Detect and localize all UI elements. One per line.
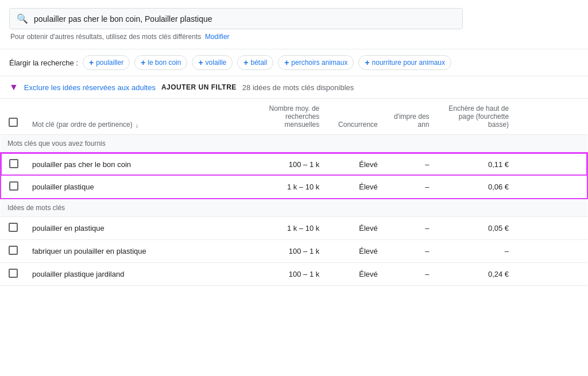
search-icon: 🔍	[17, 13, 28, 24]
extra-cell	[516, 217, 587, 240]
expand-label: Élargir la recherche :	[9, 59, 78, 67]
impressions-cell: –	[385, 240, 436, 263]
impressions-cell: –	[385, 153, 436, 176]
keyword-cell: poulailler plastique	[25, 176, 247, 199]
plus-icon: +	[284, 58, 289, 67]
searches-cell: 100 – 1 k	[247, 153, 327, 176]
keyword-cell: poulailler plastique jardiland	[25, 263, 247, 286]
filter-section: ▼ Exclure les idées réservées aux adulte…	[0, 76, 588, 99]
extra-cell	[516, 263, 587, 286]
bid-cell: 0,24 €	[436, 263, 516, 286]
row-checkbox[interactable]	[9, 181, 18, 191]
search-bar[interactable]: 🔍 poulailler pas cher le bon coin, Poula…	[9, 8, 463, 29]
competition-cell: Élevé	[326, 176, 384, 199]
impressions-cell: –	[385, 217, 436, 240]
table-row: poulailler plastique jardiland 100 – 1 k…	[1, 263, 587, 286]
keyword-cell: poulailler pas cher le bon coin	[25, 153, 247, 176]
impressions-cell: –	[385, 263, 436, 286]
searches-cell: 100 – 1 k	[247, 240, 327, 263]
add-filter-button[interactable]: AJOUTER UN FILTRE	[161, 83, 237, 91]
searches-cell: 1 k – 10 k	[247, 217, 327, 240]
header-impressions: d'impre des ann	[385, 99, 436, 135]
header-searches: Nombre moy. de recherches mensuelles	[247, 99, 327, 135]
section-header-provided: Mots clés que vous avez fournis	[1, 135, 587, 153]
chip-perchoirs[interactable]: + perchoirs animaux	[278, 55, 354, 70]
plus-icon: +	[141, 58, 145, 67]
filter-icon: ▼	[9, 82, 18, 92]
plus-icon: +	[365, 58, 369, 67]
row-checkbox-cell[interactable]	[1, 263, 25, 286]
plus-icon: +	[243, 58, 248, 67]
row-checkbox-cell[interactable]	[1, 240, 25, 263]
search-value: poulailler pas cher le bon coin, Poulail…	[34, 14, 212, 24]
header-extra	[516, 99, 587, 135]
expand-section: Élargir la recherche : + poulailler + le…	[0, 49, 588, 76]
select-all-checkbox[interactable]	[9, 118, 18, 127]
sort-icon: ↓	[136, 122, 139, 129]
exclude-adults-link[interactable]: Exclure les idées réservées aux adultes	[24, 83, 156, 92]
table-row: poulailler pas cher le bon coin 100 – 1 …	[1, 153, 587, 176]
chip-poulailler[interactable]: + poulailler	[83, 55, 130, 70]
row-checkbox-cell[interactable]	[1, 153, 25, 176]
table-row: poulailler en plastique 1 k – 10 k Élevé…	[1, 217, 587, 240]
bid-cell: 0,05 €	[436, 217, 516, 240]
bid-cell: –	[436, 240, 516, 263]
keyword-cell: poulailler en plastique	[25, 217, 247, 240]
row-checkbox[interactable]	[9, 159, 18, 168]
searches-cell: 100 – 1 k	[247, 263, 327, 286]
suggestion-line: Pour obtenir d'autres résultats, utilise…	[9, 29, 579, 44]
chip-leboncoin[interactable]: + le bon coin	[134, 55, 187, 70]
extra-cell	[516, 176, 587, 199]
bid-cell: 0,06 €	[436, 176, 516, 199]
row-checkbox[interactable]	[9, 223, 18, 232]
section-header-ideas: Idées de mots clés	[1, 199, 587, 217]
bid-cell: 0,11 €	[436, 153, 516, 176]
row-checkbox-cell[interactable]	[1, 176, 25, 199]
searches-cell: 1 k – 10 k	[247, 176, 327, 199]
modifier-link[interactable]: Modifier	[205, 33, 230, 41]
plus-icon: +	[198, 58, 203, 67]
chip-volaille[interactable]: + volaille	[192, 55, 233, 70]
row-checkbox[interactable]	[9, 246, 18, 255]
chip-nourriture[interactable]: + nourriture pour animaux	[358, 55, 451, 70]
competition-cell: Élevé	[326, 240, 384, 263]
top-section: 🔍 poulailler pas cher le bon coin, Poula…	[0, 0, 588, 49]
extra-cell	[516, 153, 587, 176]
competition-cell: Élevé	[326, 217, 384, 240]
plus-icon: +	[89, 58, 94, 67]
header-checkbox-cell[interactable]	[1, 99, 25, 135]
chip-betail[interactable]: + bétail	[237, 55, 273, 70]
keyword-cell: fabriquer un poulailler en plastique	[25, 240, 247, 263]
impressions-cell: –	[385, 176, 436, 199]
table-row: poulailler plastique 1 k – 10 k Élevé – …	[1, 176, 587, 199]
filter-count: 28 idées de mots clés disponibles	[242, 83, 354, 92]
row-checkbox-cell[interactable]	[1, 217, 25, 240]
header-bid: Enchère de haut de page (fourchette bass…	[436, 99, 516, 135]
competition-cell: Élevé	[326, 263, 384, 286]
competition-cell: Élevé	[326, 153, 384, 176]
table-row: fabriquer un poulailler en plastique 100…	[1, 240, 587, 263]
keywords-table: Mot clé (par ordre de pertinence) ↓ Nomb…	[0, 99, 588, 286]
extra-cell	[516, 240, 587, 263]
header-keyword[interactable]: Mot clé (par ordre de pertinence) ↓	[25, 99, 247, 135]
row-checkbox[interactable]	[9, 269, 18, 278]
header-competition: Concurrence	[326, 99, 384, 135]
table-header-row: Mot clé (par ordre de pertinence) ↓ Nomb…	[1, 99, 587, 135]
